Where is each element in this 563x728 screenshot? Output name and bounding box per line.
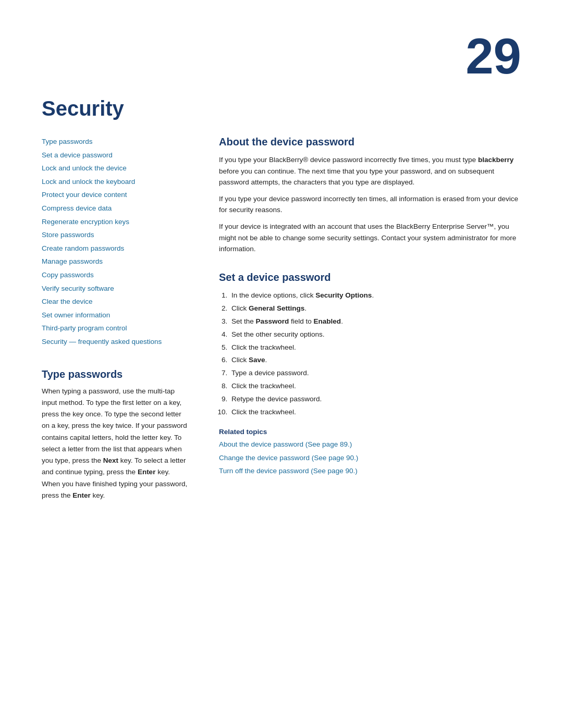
toc-link-store-passwords[interactable]: Store passwords	[42, 231, 94, 239]
about-device-password-para3: If your device is integrated with an acc…	[219, 221, 521, 255]
toc-item: Protect your device content	[42, 189, 188, 201]
step-5: Click the trackwheel.	[229, 342, 521, 354]
step-9: Retype the device password.	[229, 393, 521, 405]
toc-item: Create random passwords	[42, 243, 188, 254]
related-link-item: About the device password (See page 89.)	[219, 439, 521, 450]
toc-link-security-faq[interactable]: Security — frequently asked questions	[42, 338, 162, 346]
toc-list: Type passwords Set a device password Loc…	[42, 136, 188, 348]
toc-item: Security — frequently asked questions	[42, 336, 188, 348]
related-link-item: Turn off the device password (See page 9…	[219, 465, 521, 477]
step-6: Click Save.	[229, 354, 521, 366]
toc-link-compress-data[interactable]: Compress device data	[42, 204, 112, 212]
toc-link-clear-device[interactable]: Clear the device	[42, 298, 93, 305]
related-link-turn-off[interactable]: Turn off the device password (See page 9…	[219, 467, 358, 475]
step-8: Click the trackwheel.	[229, 380, 521, 392]
steps-list: In the device options, click Security Op…	[219, 290, 521, 418]
chapter-number: 29	[42, 31, 521, 81]
about-device-password-heading: About the device password	[219, 136, 521, 148]
toc-link-copy-passwords[interactable]: Copy passwords	[42, 271, 94, 279]
toc-link-protect-content[interactable]: Protect your device content	[42, 191, 127, 199]
step-4: Set the other security options.	[229, 329, 521, 341]
right-column: About the device password If you type yo…	[219, 136, 521, 518]
toc-link-lock-unlock-device[interactable]: Lock and unlock the device	[42, 164, 127, 172]
about-device-password-para2: If you type your device password incorre…	[219, 193, 521, 216]
toc-item: Lock and unlock the keyboard	[42, 176, 188, 188]
left-column: Type passwords Set a device password Loc…	[42, 136, 188, 518]
toc-item: Store passwords	[42, 229, 188, 241]
toc-link-lock-unlock-keyboard[interactable]: Lock and unlock the keyboard	[42, 178, 135, 186]
related-link-item: Change the device password (See page 90.…	[219, 452, 521, 464]
toc-link-verify-security[interactable]: Verify security software	[42, 285, 114, 292]
toc-item: Set a device password	[42, 150, 188, 161]
about-device-password-para1: If you type your BlackBerry® device pass…	[219, 154, 521, 188]
related-topics-heading: Related topics	[219, 428, 521, 436]
toc-item: Manage passwords	[42, 256, 188, 267]
toc-item: Verify security software	[42, 283, 188, 294]
toc-link-regenerate-keys[interactable]: Regenerate encryption keys	[42, 218, 129, 226]
toc-item: Copy passwords	[42, 269, 188, 281]
page-title: Security	[42, 97, 521, 120]
type-passwords-heading: Type passwords	[42, 368, 188, 380]
toc-item: Clear the device	[42, 296, 188, 307]
toc-link-type-passwords[interactable]: Type passwords	[42, 138, 93, 145]
related-link-change[interactable]: Change the device password (See page 90.…	[219, 454, 358, 462]
about-device-password-body: If you type your BlackBerry® device pass…	[219, 154, 521, 255]
step-7: Type a device password.	[229, 367, 521, 379]
step-1: In the device options, click Security Op…	[229, 290, 521, 302]
page-container: 29 Security Type passwords Set a device …	[0, 0, 563, 728]
step-3: Set the Password field to Enabled.	[229, 316, 521, 328]
set-device-password-heading: Set a device password	[219, 272, 521, 283]
toc-link-set-device-password[interactable]: Set a device password	[42, 151, 113, 159]
toc-link-set-owner-info[interactable]: Set owner information	[42, 311, 110, 319]
toc-link-create-random-passwords[interactable]: Create random passwords	[42, 244, 124, 252]
type-passwords-body: When typing a password, use the multi-ta…	[42, 386, 188, 502]
type-passwords-section: Type passwords When typing a password, u…	[42, 368, 188, 502]
toc-link-third-party[interactable]: Third-party program control	[42, 324, 127, 332]
toc-item: Third-party program control	[42, 323, 188, 334]
toc-item: Regenerate encryption keys	[42, 216, 188, 228]
set-device-password-section: Set a device password In the device opti…	[219, 272, 521, 477]
step-10: Click the trackwheel.	[229, 406, 521, 418]
toc-link-manage-passwords[interactable]: Manage passwords	[42, 257, 103, 265]
about-device-password-section: About the device password If you type yo…	[219, 136, 521, 255]
toc-item: Lock and unlock the device	[42, 163, 188, 174]
toc-item: Compress device data	[42, 203, 188, 214]
toc-item: Set owner information	[42, 310, 188, 321]
related-links-list: About the device password (See page 89.)…	[219, 439, 521, 477]
toc-item: Type passwords	[42, 136, 188, 147]
content-area: Type passwords Set a device password Loc…	[42, 136, 521, 518]
related-link-about[interactable]: About the device password (See page 89.)	[219, 440, 352, 448]
step-2: Click General Settings.	[229, 303, 521, 315]
